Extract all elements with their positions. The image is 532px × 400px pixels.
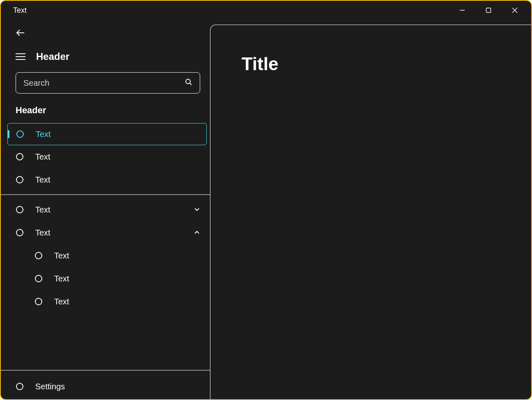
nav-subitem[interactable]: Text: [1, 244, 210, 267]
nav-section-b: Text Text Text: [1, 198, 210, 313]
nav-item-label: Text: [54, 274, 69, 283]
sidebar-section-header: Header: [1, 103, 210, 123]
arrow-left-icon: [16, 28, 25, 38]
svg-point-12: [35, 252, 42, 259]
nav-item-settings[interactable]: Settings: [1, 374, 210, 399]
nav-item-label: Settings: [35, 382, 65, 391]
svg-point-15: [16, 383, 23, 390]
titlebar: Text: [1, 1, 531, 20]
maximize-icon: [486, 7, 491, 13]
hamburger-icon: [16, 53, 25, 54]
close-icon: [512, 7, 518, 13]
search-input[interactable]: [23, 78, 185, 88]
circle-icon: [16, 206, 24, 214]
chevron-down-icon: [194, 205, 200, 215]
nav-subitem[interactable]: Text: [1, 290, 210, 313]
window-controls: [449, 1, 528, 20]
nav-item-label: Text: [35, 228, 50, 238]
close-button[interactable]: [502, 1, 528, 20]
back-button[interactable]: [16, 28, 210, 39]
svg-point-7: [17, 131, 23, 137]
circle-icon: [34, 251, 43, 260]
window-title: Text: [13, 6, 27, 15]
circle-icon: [16, 382, 24, 391]
chevron-up-icon: [194, 228, 200, 238]
svg-point-9: [16, 176, 23, 183]
svg-point-14: [35, 298, 42, 305]
nav-item-label: Text: [54, 251, 69, 261]
svg-point-8: [16, 153, 23, 160]
svg-point-11: [16, 229, 23, 236]
circle-icon: [16, 229, 24, 237]
maximize-button[interactable]: [475, 1, 502, 20]
menu-button[interactable]: [16, 53, 25, 60]
nav-item-label: Text: [36, 130, 51, 139]
svg-point-10: [16, 206, 23, 213]
nav-item-label: Text: [35, 205, 50, 215]
minimize-button[interactable]: [449, 1, 475, 20]
search-box[interactable]: [16, 72, 200, 94]
nav-section-a: Text Text Text: [1, 123, 210, 191]
sidebar: Header Header Text: [1, 20, 210, 399]
nav-item-expandable[interactable]: Text: [1, 221, 210, 244]
nav-subitem[interactable]: Text: [1, 267, 210, 290]
svg-point-13: [35, 275, 42, 282]
nav-item-label: Text: [54, 297, 69, 306]
circle-icon: [16, 130, 24, 138]
nav-item-label: Text: [35, 175, 50, 185]
content-pane: Title: [210, 25, 531, 399]
nav-item[interactable]: Text: [1, 145, 210, 168]
circle-icon: [16, 176, 24, 184]
app-window: Text: [0, 0, 532, 400]
nav-item-expandable[interactable]: Text: [1, 198, 210, 221]
nav-item[interactable]: Text: [1, 168, 210, 191]
nav-item-label: Text: [35, 152, 50, 162]
divider: [1, 194, 210, 195]
circle-icon: [34, 297, 43, 306]
search-icon: [185, 78, 192, 87]
circle-icon: [16, 153, 24, 161]
svg-rect-1: [486, 8, 491, 13]
divider: [1, 370, 210, 370]
page-title: Title: [242, 54, 531, 74]
svg-point-5: [186, 79, 190, 84]
nav-item[interactable]: Text: [7, 123, 207, 145]
minimize-icon: [459, 7, 465, 13]
sidebar-header: Header: [36, 51, 69, 62]
circle-icon: [34, 274, 43, 283]
svg-line-6: [190, 83, 192, 85]
